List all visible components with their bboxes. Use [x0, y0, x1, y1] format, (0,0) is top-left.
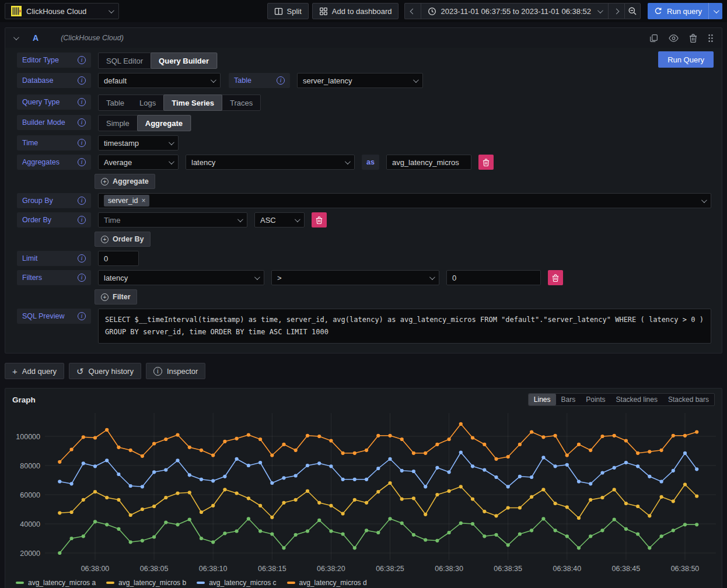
filter-value-input[interactable]: 0 [446, 270, 541, 285]
group-by-multiselect[interactable]: server_id× [98, 193, 711, 208]
graph-style-stacked-lines[interactable]: Stacked lines [611, 394, 663, 405]
legend-item[interactable]: avg_latency_micros a [16, 579, 96, 587]
remove-order-by-button[interactable] [312, 212, 327, 228]
as-label: as [362, 155, 379, 170]
info-icon[interactable]: i [78, 216, 86, 224]
chevron-down-icon [597, 8, 603, 13]
svg-text:06:38:40: 06:38:40 [553, 565, 581, 573]
editor-type-option-sql[interactable]: SQL Editor [99, 53, 151, 68]
run-query-options-button[interactable] [708, 3, 722, 19]
query-type-option-timeseries[interactable]: Time Series [163, 94, 222, 111]
graph-style-toggle: Lines Bars Points Stacked lines Stacked … [528, 393, 715, 406]
table-select[interactable]: server_latency [297, 73, 423, 88]
split-icon [274, 7, 283, 16]
order-by-field-select[interactable]: Time [98, 212, 247, 228]
info-icon[interactable]: i [78, 139, 86, 147]
info-icon[interactable]: i [78, 312, 86, 320]
add-filter-button[interactable]: + Filter [95, 289, 137, 304]
run-query-button[interactable]: Run query [648, 3, 708, 19]
time-label: Timei [17, 135, 91, 150]
zoom-out-icon [628, 6, 637, 16]
order-by-direction-select[interactable]: ASC [254, 212, 305, 228]
time-back-button[interactable] [404, 3, 421, 19]
plus-circle-icon: + [101, 178, 109, 186]
limit-input[interactable]: 0 [98, 251, 139, 266]
info-icon[interactable]: i [78, 98, 86, 106]
info-icon[interactable]: i [78, 274, 86, 282]
drag-handle-icon[interactable] [708, 34, 714, 43]
query-editor-panel: A (ClickHouse Cloud) Run Query Editor Ty… [5, 27, 722, 354]
chevron-down-icon [237, 216, 243, 222]
builder-mode-option-simple[interactable]: Simple [99, 116, 137, 131]
svg-text:100000: 100000 [16, 433, 40, 441]
timeseries-chart[interactable]: 06:38:0006:38:0506:38:1006:38:1506:38:20… [5, 407, 722, 578]
time-range-picker[interactable]: 2023-11-01 06:37:55 to 2023-11-01 06:38:… [421, 3, 608, 19]
filter-field-select[interactable]: latency [98, 270, 264, 285]
add-query-button[interactable]: + Add query [5, 363, 64, 379]
chevron-down-icon [254, 274, 260, 280]
limit-label: Limiti [17, 251, 91, 266]
svg-text:20000: 20000 [20, 550, 40, 558]
remove-filter-button[interactable] [548, 270, 563, 285]
chevron-down-icon [413, 77, 419, 83]
legend-swatch [16, 582, 24, 584]
builder-mode-option-aggregate[interactable]: Aggregate [137, 115, 191, 131]
legend-item[interactable]: avg_latency_micros b [106, 579, 186, 587]
datasource-name: ClickHouse Cloud [26, 7, 86, 16]
database-select[interactable]: default [98, 73, 221, 88]
order-by-label: Order Byi [17, 212, 91, 228]
chevron-down-icon [109, 8, 114, 13]
editor-type-option-builder[interactable]: Query Builder [151, 52, 217, 69]
filter-operator-select[interactable]: > [271, 270, 439, 285]
time-column-select[interactable]: timestamp [98, 135, 179, 150]
aggregates-label: Aggregatesi [17, 155, 91, 170]
chevron-down-icon [345, 159, 351, 164]
query-type-option-table[interactable]: Table [99, 95, 132, 110]
chevron-down-icon [169, 139, 174, 145]
remove-tag-icon[interactable]: × [141, 197, 145, 205]
graph-style-bars[interactable]: Bars [556, 394, 581, 405]
explore-actions: + Add query ↺ Query history i Inspector [5, 363, 722, 379]
time-forward-button[interactable] [608, 3, 624, 19]
info-icon[interactable]: i [78, 76, 86, 85]
legend-item[interactable]: avg_latency_micros c [197, 579, 276, 587]
info-icon[interactable]: i [78, 158, 86, 166]
hide-response-eye-icon[interactable] [669, 34, 679, 43]
add-order-by-button[interactable]: + Order By [95, 232, 151, 247]
aggregate-column-select[interactable]: latency [186, 155, 355, 170]
trash-icon [316, 216, 323, 224]
zoom-out-button[interactable] [624, 3, 641, 19]
add-aggregate-button[interactable]: + Aggregate [95, 174, 155, 189]
remove-query-trash-icon[interactable] [689, 34, 697, 43]
add-to-dashboard-button[interactable]: Add to dashboard [312, 3, 399, 19]
group-by-label: Group Byi [17, 193, 91, 208]
info-icon[interactable]: i [78, 56, 86, 64]
inspector-button[interactable]: i Inspector [146, 363, 205, 379]
info-icon[interactable]: i [78, 197, 86, 205]
query-type-option-traces[interactable]: Traces [222, 95, 260, 110]
collapse-chevron-icon[interactable] [13, 34, 19, 40]
aggregate-function-select[interactable]: Average [98, 155, 179, 170]
editor-type-toggle: SQL Editor Query Builder [98, 52, 218, 69]
editor-run-query-button[interactable]: Run Query [658, 51, 714, 68]
chevron-down-icon [211, 77, 216, 83]
builder-mode-label: Builder Modei [17, 115, 91, 130]
info-icon[interactable]: i [78, 118, 86, 127]
info-icon[interactable]: i [78, 254, 86, 262]
query-type-option-logs[interactable]: Logs [132, 95, 163, 110]
info-icon[interactable]: i [277, 76, 285, 85]
graph-style-lines[interactable]: Lines [529, 394, 556, 405]
query-history-button[interactable]: ↺ Query history [69, 363, 141, 379]
svg-text:06:38:45: 06:38:45 [612, 565, 641, 573]
duplicate-query-icon[interactable] [649, 34, 658, 43]
graph-style-stacked-bars[interactable]: Stacked bars [663, 394, 714, 405]
database-label: Databasei [17, 73, 91, 88]
remove-aggregate-button[interactable] [478, 155, 494, 170]
datasource-picker[interactable]: ClickHouse Cloud [5, 3, 119, 19]
aggregate-alias-input[interactable]: avg_latency_micros [386, 155, 471, 170]
split-button[interactable]: Split [267, 3, 309, 19]
legend-item[interactable]: avg_latency_micros d [287, 579, 367, 587]
graph-style-points[interactable]: Points [581, 394, 610, 405]
history-icon: ↺ [76, 367, 84, 376]
editor-type-label: Editor Typei [17, 52, 91, 68]
